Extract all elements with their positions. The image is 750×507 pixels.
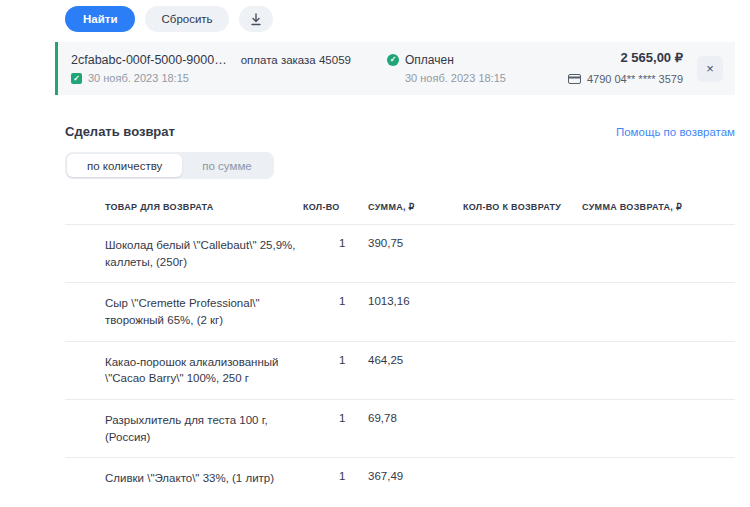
product-name: Разрыхлитель для теста 100 г, (Россия) [105, 412, 303, 445]
refund-items-table: ТОВАР ДЛЯ ВОЗВРАТА КОЛ-ВО СУММА, ₽ КОЛ-В… [65, 190, 735, 507]
product-qty: 1 [303, 470, 368, 482]
column-header-product: ТОВАР ДЛЯ ВОЗВРАТА [105, 198, 303, 212]
reset-button[interactable]: Сбросить [145, 6, 228, 32]
table-row: Сливки \"Элакто\" 33%, (1 литр) 1 367,49 [65, 457, 735, 507]
product-qty: 1 [303, 237, 368, 249]
product-qty: 1 [303, 354, 368, 366]
card-icon [568, 70, 581, 88]
payment-order-description: оплата заказа 45059 [241, 54, 351, 66]
product-name: Сыр \"Cremette Professional\" творожный … [105, 295, 303, 328]
payment-details-page: Найти Сбросить 2cfababc-000f-5000-9000… … [0, 0, 750, 507]
product-name: Сливки \"Элакто\" 33%, (1 литр) [105, 470, 303, 487]
product-qty: 1 [303, 412, 368, 424]
payment-amount-block: 2 565,00 ₽ 4790 04** **** 3579 [537, 50, 697, 88]
product-name: Какао-порошок алкализованный \"Cacao Bar… [105, 354, 303, 387]
tab-by-sum[interactable]: по сумме [182, 154, 271, 177]
table-row: Какао-порошок алкализованный \"Cacao Bar… [65, 341, 735, 399]
status-label: Оплачен [405, 53, 454, 67]
close-button[interactable]: × [697, 56, 723, 82]
refund-title: Сделать возврат [65, 124, 175, 139]
column-header-qty: КОЛ-ВО [303, 198, 368, 212]
product-qty: 1 [303, 295, 368, 307]
card-number: 4790 04** **** 3579 [587, 73, 683, 85]
product-sum: 1013,16 [368, 295, 463, 307]
product-sum: 464,25 [368, 354, 463, 366]
find-button[interactable]: Найти [65, 6, 135, 32]
refund-help-link[interactable]: Помощь по возвратам [616, 126, 735, 138]
product-sum: 390,75 [368, 237, 463, 249]
tab-by-quantity[interactable]: по количеству [67, 154, 182, 177]
table-row: Шоколад белый \"Callebaut\" 25,9%, калле… [65, 224, 735, 282]
product-sum: 69,78 [368, 412, 463, 424]
table-row: Сыр \"Cremette Professional\" творожный … [65, 282, 735, 340]
download-icon [250, 13, 262, 26]
refund-section-header: Сделать возврат Помощь по возвратам [65, 124, 735, 139]
payment-status-block: ✓ Оплачен 30 нояб. 2023 18:15 [387, 53, 537, 84]
table-row: Разрыхлитель для теста 100 г, (Россия) 1… [65, 399, 735, 457]
payment-info: 2cfababc-000f-5000-9000… оплата заказа 4… [58, 53, 387, 84]
status-date: 30 нояб. 2023 18:15 [405, 72, 537, 84]
status-check-icon: ✓ [387, 54, 399, 66]
payment-amount: 2 565,00 ₽ [537, 50, 683, 65]
payment-created-date: 30 нояб. 2023 18:15 [88, 72, 189, 84]
table-header-row: ТОВАР ДЛЯ ВОЗВРАТА КОЛ-ВО СУММА, ₽ КОЛ-В… [65, 190, 735, 224]
receipt-check-icon: ✓ [71, 73, 82, 84]
payment-header-card: 2cfababc-000f-5000-9000… оплата заказа 4… [55, 42, 735, 95]
column-header-refund-sum: СУММА ВОЗВРАТА, ₽ [582, 198, 735, 212]
download-button[interactable] [239, 6, 273, 32]
column-header-sum: СУММА, ₽ [368, 198, 463, 212]
refund-mode-tabs: по количеству по сумме [65, 152, 274, 179]
payment-id: 2cfababc-000f-5000-9000… [71, 53, 227, 67]
search-toolbar: Найти Сбросить [65, 6, 273, 32]
column-header-refund-qty: КОЛ-ВО К ВОЗВРАТУ [463, 198, 582, 212]
product-name: Шоколад белый \"Callebaut\" 25,9%, калле… [105, 237, 303, 270]
product-sum: 367,49 [368, 470, 463, 482]
